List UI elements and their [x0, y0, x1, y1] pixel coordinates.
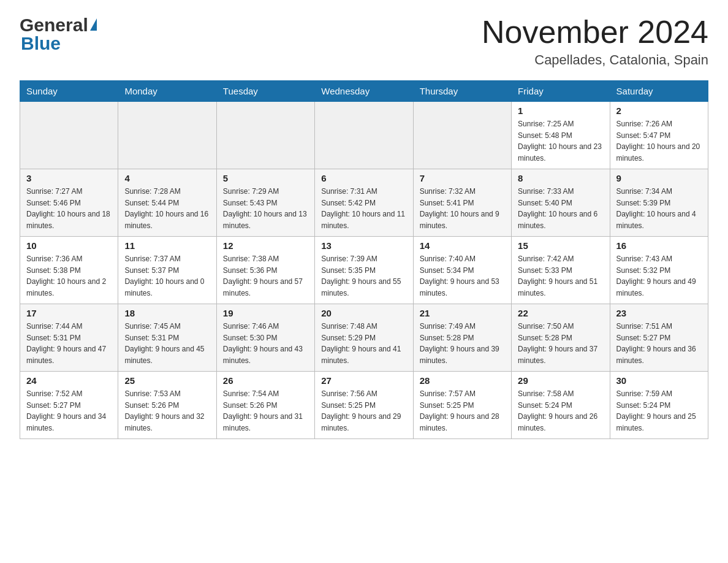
logo: General Blue: [20, 15, 97, 54]
calendar-cell: 20Sunrise: 7:48 AM Sunset: 5:29 PM Dayli…: [315, 304, 413, 372]
calendar-cell: 19Sunrise: 7:46 AM Sunset: 5:30 PM Dayli…: [216, 304, 314, 372]
day-header-sunday: Sunday: [20, 81, 118, 102]
day-number: 3: [26, 173, 112, 183]
day-number: 22: [518, 308, 603, 318]
calendar-cell: 13Sunrise: 7:39 AM Sunset: 5:35 PM Dayli…: [315, 237, 413, 304]
day-number: 18: [124, 308, 210, 318]
calendar-cell: 8Sunrise: 7:33 AM Sunset: 5:40 PM Daylig…: [512, 169, 610, 237]
day-info: Sunrise: 7:26 AM Sunset: 5:47 PM Dayligh…: [616, 118, 702, 164]
calendar-cell: 2Sunrise: 7:26 AM Sunset: 5:47 PM Daylig…: [610, 102, 708, 169]
day-info: Sunrise: 7:33 AM Sunset: 5:40 PM Dayligh…: [518, 186, 603, 231]
day-number: 2: [616, 105, 702, 116]
calendar-cell: [118, 102, 216, 169]
day-info: Sunrise: 7:39 AM Sunset: 5:35 PM Dayligh…: [321, 253, 406, 299]
logo-general-text: General: [20, 15, 88, 36]
calendar-cell: 30Sunrise: 7:59 AM Sunset: 5:24 PM Dayli…: [610, 372, 708, 439]
calendar-cell: 4Sunrise: 7:28 AM Sunset: 5:44 PM Daylig…: [118, 169, 216, 237]
day-info: Sunrise: 7:28 AM Sunset: 5:44 PM Dayligh…: [124, 186, 210, 231]
month-title: November 2024: [482, 15, 708, 50]
calendar-cell: 29Sunrise: 7:58 AM Sunset: 5:24 PM Dayli…: [512, 372, 610, 439]
day-number: 24: [26, 375, 112, 386]
day-info: Sunrise: 7:27 AM Sunset: 5:46 PM Dayligh…: [26, 186, 112, 231]
day-number: 16: [616, 240, 702, 251]
day-number: 29: [518, 375, 603, 386]
page-header: General Blue November 2024 Capellades, C…: [20, 15, 708, 68]
day-number: 17: [26, 308, 112, 318]
day-number: 15: [518, 240, 603, 251]
day-number: 4: [124, 173, 210, 183]
calendar-cell: 18Sunrise: 7:45 AM Sunset: 5:31 PM Dayli…: [118, 304, 216, 372]
calendar-cell: 25Sunrise: 7:53 AM Sunset: 5:26 PM Dayli…: [118, 372, 216, 439]
location-title: Capellades, Catalonia, Spain: [482, 52, 708, 68]
day-number: 23: [616, 308, 702, 318]
day-info: Sunrise: 7:25 AM Sunset: 5:48 PM Dayligh…: [518, 118, 603, 164]
calendar-cell: 27Sunrise: 7:56 AM Sunset: 5:25 PM Dayli…: [315, 372, 413, 439]
calendar-cell: 11Sunrise: 7:37 AM Sunset: 5:37 PM Dayli…: [118, 237, 216, 304]
calendar-week-row: 10Sunrise: 7:36 AM Sunset: 5:38 PM Dayli…: [20, 237, 708, 304]
day-info: Sunrise: 7:53 AM Sunset: 5:26 PM Dayligh…: [124, 388, 210, 434]
day-info: Sunrise: 7:43 AM Sunset: 5:32 PM Dayligh…: [616, 253, 702, 299]
day-header-friday: Friday: [512, 81, 610, 102]
day-number: 10: [26, 240, 112, 251]
day-number: 19: [223, 308, 308, 318]
calendar-cell: [315, 102, 413, 169]
calendar-week-row: 1Sunrise: 7:25 AM Sunset: 5:48 PM Daylig…: [20, 102, 708, 169]
logo-blue-text: Blue: [20, 33, 61, 54]
day-header-tuesday: Tuesday: [216, 81, 314, 102]
day-info: Sunrise: 7:48 AM Sunset: 5:29 PM Dayligh…: [321, 321, 406, 366]
day-number: 20: [321, 308, 406, 318]
day-number: 8: [518, 173, 603, 183]
day-info: Sunrise: 7:54 AM Sunset: 5:26 PM Dayligh…: [223, 388, 308, 434]
calendar-cell: 15Sunrise: 7:42 AM Sunset: 5:33 PM Dayli…: [512, 237, 610, 304]
day-info: Sunrise: 7:49 AM Sunset: 5:28 PM Dayligh…: [420, 321, 505, 366]
day-info: Sunrise: 7:42 AM Sunset: 5:33 PM Dayligh…: [518, 253, 603, 299]
day-info: Sunrise: 7:50 AM Sunset: 5:28 PM Dayligh…: [518, 321, 603, 366]
day-info: Sunrise: 7:57 AM Sunset: 5:25 PM Dayligh…: [420, 388, 505, 434]
calendar-cell: 7Sunrise: 7:32 AM Sunset: 5:41 PM Daylig…: [413, 169, 511, 237]
day-number: 13: [321, 240, 406, 251]
day-header-thursday: Thursday: [413, 81, 511, 102]
calendar-cell: [20, 102, 118, 169]
day-number: 7: [420, 173, 505, 183]
calendar-cell: 16Sunrise: 7:43 AM Sunset: 5:32 PM Dayli…: [610, 237, 708, 304]
calendar-cell: 24Sunrise: 7:52 AM Sunset: 5:27 PM Dayli…: [20, 372, 118, 439]
day-header-wednesday: Wednesday: [315, 81, 413, 102]
calendar-week-row: 24Sunrise: 7:52 AM Sunset: 5:27 PM Dayli…: [20, 372, 708, 439]
calendar-cell: 1Sunrise: 7:25 AM Sunset: 5:48 PM Daylig…: [512, 102, 610, 169]
day-info: Sunrise: 7:58 AM Sunset: 5:24 PM Dayligh…: [518, 388, 603, 434]
day-number: 28: [420, 375, 505, 386]
day-number: 12: [223, 240, 308, 251]
day-info: Sunrise: 7:51 AM Sunset: 5:27 PM Dayligh…: [616, 321, 702, 366]
day-info: Sunrise: 7:44 AM Sunset: 5:31 PM Dayligh…: [26, 321, 112, 366]
calendar-cell: 14Sunrise: 7:40 AM Sunset: 5:34 PM Dayli…: [413, 237, 511, 304]
logo-triangle-icon: [90, 18, 97, 31]
calendar-cell: [216, 102, 314, 169]
calendar-cell: 3Sunrise: 7:27 AM Sunset: 5:46 PM Daylig…: [20, 169, 118, 237]
day-info: Sunrise: 7:32 AM Sunset: 5:41 PM Dayligh…: [420, 186, 505, 231]
day-info: Sunrise: 7:40 AM Sunset: 5:34 PM Dayligh…: [420, 253, 505, 299]
day-info: Sunrise: 7:59 AM Sunset: 5:24 PM Dayligh…: [616, 388, 702, 434]
calendar-cell: 21Sunrise: 7:49 AM Sunset: 5:28 PM Dayli…: [413, 304, 511, 372]
day-info: Sunrise: 7:45 AM Sunset: 5:31 PM Dayligh…: [124, 321, 210, 366]
calendar-cell: 28Sunrise: 7:57 AM Sunset: 5:25 PM Dayli…: [413, 372, 511, 439]
day-number: 27: [321, 375, 406, 386]
day-number: 14: [420, 240, 505, 251]
day-number: 26: [223, 375, 308, 386]
day-info: Sunrise: 7:37 AM Sunset: 5:37 PM Dayligh…: [124, 253, 210, 299]
day-number: 11: [124, 240, 210, 251]
calendar-cell: 22Sunrise: 7:50 AM Sunset: 5:28 PM Dayli…: [512, 304, 610, 372]
calendar-cell: 6Sunrise: 7:31 AM Sunset: 5:42 PM Daylig…: [315, 169, 413, 237]
calendar-week-row: 3Sunrise: 7:27 AM Sunset: 5:46 PM Daylig…: [20, 169, 708, 237]
day-number: 30: [616, 375, 702, 386]
calendar-table: SundayMondayTuesdayWednesdayThursdayFrid…: [20, 80, 708, 439]
calendar-cell: [413, 102, 511, 169]
day-number: 25: [124, 375, 210, 386]
day-header-monday: Monday: [118, 81, 216, 102]
calendar-cell: 10Sunrise: 7:36 AM Sunset: 5:38 PM Dayli…: [20, 237, 118, 304]
calendar-cell: 5Sunrise: 7:29 AM Sunset: 5:43 PM Daylig…: [216, 169, 314, 237]
calendar-cell: 12Sunrise: 7:38 AM Sunset: 5:36 PM Dayli…: [216, 237, 314, 304]
calendar-cell: 23Sunrise: 7:51 AM Sunset: 5:27 PM Dayli…: [610, 304, 708, 372]
calendar-cell: 26Sunrise: 7:54 AM Sunset: 5:26 PM Dayli…: [216, 372, 314, 439]
calendar-cell: 9Sunrise: 7:34 AM Sunset: 5:39 PM Daylig…: [610, 169, 708, 237]
day-number: 9: [616, 173, 702, 183]
